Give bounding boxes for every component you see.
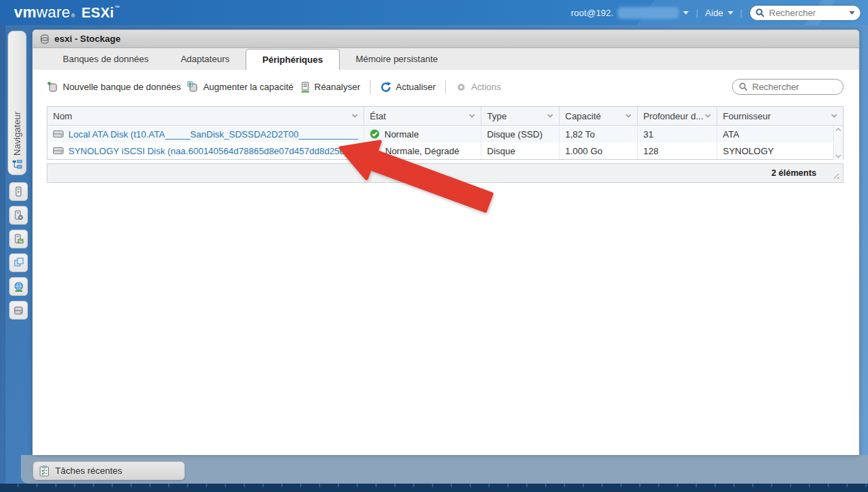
- actions-button[interactable]: Actions: [456, 82, 501, 93]
- table-search[interactable]: [732, 79, 844, 95]
- status-warning-icon: [370, 147, 380, 156]
- manage-gear-icon: [13, 210, 24, 221]
- vendor-cell: ATA: [717, 126, 843, 142]
- resize-grip-icon[interactable]: [831, 171, 839, 179]
- table-row[interactable]: Local ATA Disk (t10.ATA_____SanDisk_SDSS…: [47, 126, 843, 142]
- chevron-down-icon: [849, 11, 855, 15]
- device-link[interactable]: Local ATA Disk (t10.ATA_____SanDisk_SDSS…: [68, 129, 358, 140]
- toolbar-separator: [445, 80, 446, 94]
- redacted-ip: [618, 7, 679, 19]
- global-search[interactable]: [749, 5, 861, 21]
- vm-cubes-icon: [13, 258, 24, 268]
- chevron-down-icon[interactable]: [469, 114, 475, 118]
- sidebar-item-monitor[interactable]: [9, 230, 28, 248]
- chevron-down-icon[interactable]: [547, 114, 553, 118]
- chevron-down-icon: [683, 11, 689, 15]
- help-menu[interactable]: Aide: [705, 8, 733, 18]
- sidebar-item-virtual-machines[interactable]: [9, 253, 28, 272]
- globe-icon: [13, 281, 24, 292]
- column-header-profondeur[interactable]: Profondeur d...: [638, 107, 717, 126]
- top-bar: vmware® ESXi™ root@192. | Aide |: [0, 0, 868, 25]
- tab-memoire-persistante[interactable]: Mémoire persistante: [340, 49, 454, 70]
- device-link[interactable]: SYNOLOGY iSCSI Disk (naa.600140564d78865…: [68, 146, 352, 156]
- search-icon: [739, 82, 748, 91]
- rescan-icon: [300, 82, 310, 93]
- devices-table: Nom État Type Capacité Profondeur d... F…: [47, 106, 844, 160]
- navigator-collapsed-panel[interactable]: Navigateur: [8, 31, 27, 175]
- tasks-clipboard-icon: [39, 465, 50, 477]
- page-title: esxi - Stockage: [54, 33, 121, 44]
- main-window: esxi - Stockage Banques de données Adapt…: [32, 29, 860, 455]
- vendor-cell: SYNOLOGY: [717, 142, 843, 159]
- capacity-cell: 1,82 To: [560, 126, 638, 142]
- table-footer: 2 éléments: [47, 163, 844, 183]
- new-datastore-icon: [47, 81, 59, 93]
- refresh-button[interactable]: Actualiser: [380, 82, 435, 93]
- vmware-esxi-logo: vmware® ESXi™: [14, 3, 119, 22]
- tab-adaptateurs[interactable]: Adaptateurs: [165, 49, 246, 70]
- tab-peripheriques[interactable]: Périphériques: [246, 49, 340, 70]
- toolbar: Nouvelle banque de données Augmenter la …: [33, 70, 859, 102]
- user-menu[interactable]: root@192.: [571, 7, 689, 19]
- bottom-status-strip: [0, 484, 868, 492]
- sidebar-item-storage[interactable]: [9, 301, 28, 320]
- logo-esxi: ESXi: [82, 5, 114, 21]
- type-cell: Disque: [481, 142, 560, 159]
- user-label: root@192.: [571, 8, 613, 18]
- chevron-down-icon: [728, 11, 733, 15]
- window-title-bar: esxi - Stockage: [33, 30, 859, 48]
- column-header-fournisseur[interactable]: Fournisseur: [717, 107, 843, 126]
- actions-label: Actions: [471, 82, 501, 92]
- table-header-row: Nom État Type Capacité Profondeur d... F…: [47, 107, 843, 126]
- disk-icon: [53, 130, 63, 138]
- type-cell: Disque (SSD): [481, 126, 560, 142]
- sidebar-item-networking[interactable]: [9, 277, 28, 296]
- chevron-down-icon[interactable]: [352, 114, 358, 118]
- storage-title-icon: [40, 34, 50, 44]
- rescan-label: Réanalyser: [315, 82, 361, 92]
- chevron-down-icon[interactable]: [625, 114, 631, 118]
- increase-capacity-label: Augmenter la capacité: [203, 82, 293, 92]
- recent-tasks-tab[interactable]: Tâches récentes: [33, 461, 185, 480]
- table-search-input[interactable]: [752, 82, 836, 92]
- refresh-label: Actualiser: [396, 82, 435, 92]
- status-text: Normale, Dégradé: [385, 146, 459, 156]
- sidebar-icon-rail: [9, 182, 28, 320]
- sidebar-item-host[interactable]: [9, 182, 28, 201]
- capacity-cell: 1.000 Go: [560, 142, 638, 159]
- global-search-input[interactable]: [769, 8, 839, 18]
- host-icon: [13, 186, 24, 197]
- disk-icon: [53, 147, 63, 155]
- column-header-capacite[interactable]: Capacité: [560, 107, 638, 126]
- toolbar-separator: [370, 80, 371, 94]
- status-ok-icon: [370, 129, 380, 139]
- new-datastore-label: Nouvelle banque de données: [63, 82, 181, 92]
- logo-vm: vm: [14, 3, 36, 22]
- increase-capacity-button[interactable]: Augmenter la capacité: [187, 81, 293, 93]
- chevron-down-icon[interactable]: [705, 114, 711, 118]
- scroll-down-icon[interactable]: [835, 154, 841, 158]
- storage-disk-icon: [13, 306, 24, 315]
- recent-tasks-label: Tâches récentes: [55, 465, 122, 476]
- search-icon: [756, 8, 765, 17]
- column-header-etat[interactable]: État: [364, 107, 481, 126]
- table-scrollbar[interactable]: [833, 126, 843, 160]
- column-header-type[interactable]: Type: [481, 107, 560, 126]
- help-label: Aide: [705, 8, 724, 18]
- sidebar-item-manage[interactable]: [9, 206, 28, 225]
- refresh-icon: [380, 82, 391, 93]
- tree-icon: [13, 160, 22, 170]
- rescan-button[interactable]: Réanalyser: [300, 82, 361, 93]
- separator: |: [740, 8, 742, 18]
- queue-depth-cell: 31: [638, 126, 717, 142]
- column-header-nom[interactable]: Nom: [47, 107, 364, 126]
- tab-banques-de-donnees[interactable]: Banques de données: [47, 49, 165, 70]
- navigator-label: Navigateur: [12, 112, 22, 156]
- status-text: Normale: [384, 129, 419, 140]
- scroll-up-icon[interactable]: [835, 128, 841, 132]
- separator: |: [696, 8, 698, 18]
- table-row[interactable]: SYNOLOGY iSCSI Disk (naa.600140564d78865…: [47, 142, 843, 159]
- new-datastore-button[interactable]: Nouvelle banque de données: [47, 81, 181, 93]
- chevron-down-icon[interactable]: [831, 114, 837, 118]
- item-count: 2 éléments: [771, 168, 816, 178]
